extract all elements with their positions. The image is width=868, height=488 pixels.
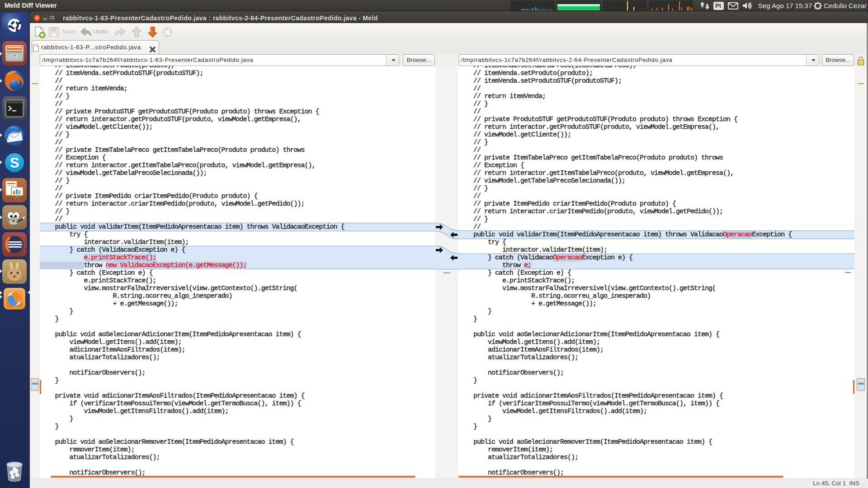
svg-text:S: S <box>10 155 19 171</box>
